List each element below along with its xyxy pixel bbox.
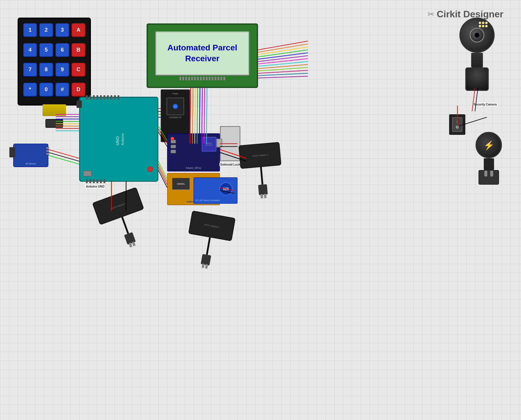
lcd-pin — [223, 77, 225, 80]
svg-line-13 — [258, 56, 308, 62]
relay-coil-label: SRD-5VDC-SL-C — [206, 142, 213, 146]
security-camera — [456, 18, 498, 100]
key-3[interactable]: 3 — [55, 23, 69, 37]
relay-terminal — [171, 150, 176, 153]
relay-coil: SRD-5VDC-SL-C — [202, 137, 216, 152]
arduino-pin — [96, 179, 98, 183]
key-b[interactable]: B — [72, 43, 85, 57]
lcd-pin — [203, 77, 205, 80]
lcd-pin — [218, 77, 219, 80]
arduino-pin — [107, 95, 109, 99]
arduino-pin — [89, 179, 91, 183]
plug-neck — [484, 158, 494, 170]
camera-lens — [470, 28, 484, 42]
key-d[interactable]: D — [72, 83, 85, 96]
ir-sensor: IR Sensor — [13, 144, 48, 167]
key-6[interactable]: 6 — [55, 43, 69, 57]
plug-base — [478, 170, 499, 185]
lcd-pins — [179, 77, 225, 80]
plug-icon: ⚡ — [483, 140, 494, 150]
plug-prongs — [479, 171, 498, 176]
key-5[interactable]: 5 — [39, 43, 53, 57]
switch-on-label: I — [457, 120, 458, 124]
arduino-pin — [100, 95, 102, 99]
arduino-pin — [96, 95, 98, 99]
key-4[interactable]: 4 — [23, 43, 37, 57]
lcd-display: Automated Parcel Receiver — [147, 23, 258, 88]
i2c-module-label: LCM1602 I2C — [169, 116, 181, 118]
adapter-body-1: AC/DC Adapter 1 — [92, 187, 144, 225]
key-8[interactable]: 8 — [39, 63, 53, 76]
svg-line-9 — [258, 44, 308, 52]
svg-line-11 — [258, 50, 308, 57]
lcd-pin — [212, 77, 213, 80]
key-star[interactable]: * — [23, 83, 37, 96]
adapter-prong — [260, 194, 263, 199]
arduino-pin — [93, 95, 95, 99]
arduino-usb-port — [83, 171, 92, 176]
svg-line-44 — [158, 164, 167, 182]
adapter-plug-1 — [124, 232, 136, 245]
arduino-digital-pins — [86, 95, 119, 99]
ir-sensor-label: IR Sensor — [14, 162, 48, 165]
key-0[interactable]: 0 — [39, 83, 53, 96]
svg-line-17 — [258, 67, 308, 71]
key-1[interactable]: 1 — [23, 23, 37, 37]
camera-ir-leds — [479, 22, 491, 27]
lcd-pin — [206, 77, 208, 80]
arduino-pin — [103, 179, 105, 183]
svg-line-18 — [258, 70, 308, 73]
adapter-label-1: AC/DC Adapter 1 — [110, 203, 126, 210]
ir-pin — [46, 150, 49, 152]
arduino-analog-pins — [86, 179, 105, 183]
plug-body: ⚡ — [476, 132, 502, 158]
svg-line-12 — [258, 53, 308, 59]
door-lock-label: Solenoid Lock — [219, 163, 241, 166]
key-a[interactable]: A — [72, 23, 85, 37]
key-7[interactable]: 7 — [23, 63, 37, 76]
buck-inductor: 025 — [219, 182, 233, 195]
lcd-pin — [215, 77, 216, 80]
i2c-chip — [167, 98, 184, 115]
lcd-text: Automated Parcel Receiver — [167, 42, 237, 64]
key-2[interactable]: 2 — [39, 23, 53, 37]
relay-label: Keyes_SR1y — [168, 166, 219, 169]
key-9[interactable]: 9 — [55, 63, 69, 76]
arduino-pin — [111, 95, 112, 99]
arduino-logo: UNO Arduino — [113, 133, 124, 145]
arduino-pin — [118, 95, 119, 99]
adapter-prong — [132, 242, 136, 246]
key-hash[interactable]: # — [55, 83, 69, 96]
svg-line-16 — [258, 64, 308, 69]
switch-off-label: O — [456, 125, 459, 129]
prong-left — [484, 171, 487, 176]
lcd-pin — [182, 77, 184, 80]
svg-line-42 — [48, 155, 79, 164]
ir-sensor-pins — [46, 147, 49, 155]
adapter-body-3: AC/DC Adapter 3 — [238, 142, 281, 169]
svg-line-8 — [258, 41, 308, 50]
switch-rocker[interactable]: I O — [452, 117, 462, 132]
adapter-plug-3 — [258, 184, 268, 195]
svg-line-43 — [158, 161, 167, 179]
adapter-cable-2 — [206, 237, 211, 255]
adapter-prong — [264, 194, 267, 198]
svg-line-40 — [48, 149, 79, 158]
lcd-pin — [185, 77, 187, 80]
power-switch[interactable]: I O — [449, 114, 465, 135]
lcd-pin — [188, 77, 190, 80]
power-plug-unit: ⚡ — [471, 132, 506, 196]
relay-terminal — [171, 140, 176, 143]
adapter-label-2: AC/DC Adapter 2 — [204, 224, 220, 228]
camera-label: Security Camera — [473, 103, 498, 106]
arduino-reset-button[interactable] — [147, 166, 153, 172]
lcd-pin — [194, 77, 196, 80]
key-c[interactable]: C — [72, 63, 85, 76]
relay-module: SRD-5VDC-SL-C Keyes_SR1y — [167, 133, 220, 171]
gsm-chip: SIM800L — [172, 178, 190, 190]
camera-head — [459, 18, 495, 53]
lcd-pin — [197, 77, 199, 80]
lcd-pin — [209, 77, 211, 80]
adapter-plug-2 — [201, 254, 211, 266]
relay-terminal — [171, 145, 176, 148]
